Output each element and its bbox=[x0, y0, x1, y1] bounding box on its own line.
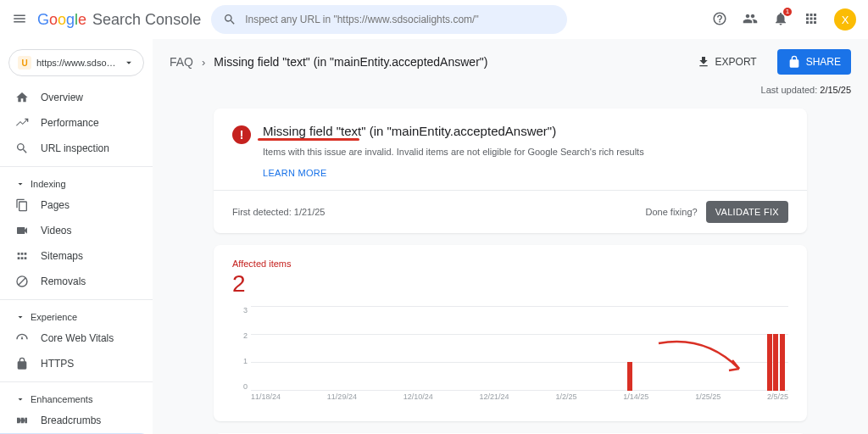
nav-label: Performance bbox=[41, 117, 99, 129]
x-axis: 11/18/2411/29/2412/10/2412/21/241/2/251/… bbox=[251, 392, 788, 408]
nav-removals[interactable]: Removals bbox=[0, 269, 153, 294]
nav-label: Removals bbox=[41, 275, 86, 287]
annotation-arrow bbox=[654, 335, 756, 386]
chevron-down-icon bbox=[123, 57, 135, 69]
affected-count: 2 bbox=[232, 270, 788, 298]
apps-icon[interactable] bbox=[804, 11, 819, 29]
chevron-right-icon: › bbox=[202, 56, 205, 69]
url-inspect-search[interactable] bbox=[211, 5, 567, 34]
crumb-current: Missing field "text" (in "mainEntity.acc… bbox=[214, 55, 487, 69]
nav-label: Core Web Vitals bbox=[41, 332, 114, 344]
search-icon bbox=[15, 142, 29, 155]
nav-label: Overview bbox=[41, 92, 83, 103]
section-enhancements[interactable]: Enhancements bbox=[0, 387, 153, 408]
affected-chart: 3210 11/18/2411/29/2412/10/2412/21/241/2… bbox=[232, 306, 788, 408]
nav-overview[interactable]: Overview bbox=[0, 85, 153, 110]
nav-sitemaps[interactable]: Sitemaps bbox=[0, 243, 153, 269]
main-content: FAQ › Missing field "text" (in "mainEnti… bbox=[153, 39, 868, 434]
chart-line-icon bbox=[15, 116, 29, 130]
first-detected: First detected: 1/21/25 bbox=[232, 207, 325, 217]
nav-label: Pages bbox=[41, 199, 70, 211]
breadcrumbs-icon bbox=[15, 414, 29, 427]
sidebar: U https://www.sdsocialig... Overview Per… bbox=[0, 39, 153, 434]
crumb-root[interactable]: FAQ bbox=[170, 55, 193, 69]
nav-url-inspection[interactable]: URL inspection bbox=[0, 136, 153, 161]
nav-videos[interactable]: Videos bbox=[0, 218, 153, 243]
export-button[interactable]: EXPORT bbox=[697, 55, 757, 69]
breadcrumb: FAQ › Missing field "text" (in "mainEnti… bbox=[170, 39, 851, 85]
chart-plot bbox=[251, 306, 788, 391]
section-indexing[interactable]: Indexing bbox=[0, 172, 153, 192]
notification-badge: 1 bbox=[783, 8, 792, 16]
property-selector[interactable]: U https://www.sdsocialig... bbox=[8, 49, 144, 76]
annotation-underline bbox=[258, 138, 359, 141]
avatar[interactable]: X bbox=[834, 8, 856, 31]
notifications-icon[interactable]: 1 bbox=[773, 11, 788, 29]
help-icon[interactable] bbox=[712, 11, 727, 29]
property-label: https://www.sdsocialig... bbox=[36, 58, 118, 68]
done-fixing-label: Done fixing? bbox=[646, 207, 698, 217]
top-icons: 1 X bbox=[712, 8, 856, 31]
chart-bar bbox=[780, 334, 785, 391]
nav-label: Videos bbox=[41, 225, 71, 236]
nav-label: Breadcrumbs bbox=[41, 415, 101, 426]
nav-breadcrumbs[interactable]: Breadcrumbs bbox=[0, 408, 153, 433]
nav-https[interactable]: HTTPS bbox=[0, 351, 153, 376]
people-icon[interactable] bbox=[743, 11, 758, 29]
url-input[interactable] bbox=[245, 14, 555, 25]
video-icon bbox=[15, 224, 29, 237]
lock-icon bbox=[787, 55, 801, 69]
learn-more-link[interactable]: LEARN MORE bbox=[263, 168, 788, 178]
sitemap-icon bbox=[15, 249, 29, 263]
block-icon bbox=[15, 275, 29, 288]
property-favicon: U bbox=[18, 56, 31, 70]
menu-icon[interactable] bbox=[12, 11, 27, 29]
chart-bar bbox=[627, 362, 632, 390]
issue-description: Items with this issue are invalid. Inval… bbox=[263, 145, 788, 159]
lock-icon bbox=[15, 357, 29, 370]
y-axis: 3210 bbox=[232, 306, 248, 391]
validate-fix-button[interactable]: VALIDATE FIX bbox=[706, 201, 788, 223]
top-bar: Google Search Console 1 X bbox=[0, 0, 868, 39]
nav-label: Sitemaps bbox=[41, 250, 83, 262]
pages-icon bbox=[15, 198, 29, 212]
nav-pages[interactable]: Pages bbox=[0, 192, 153, 218]
issue-card: ! Missing field "text" (in "mainEntity.a… bbox=[214, 108, 807, 233]
nav-cwv[interactable]: Core Web Vitals bbox=[0, 326, 153, 351]
affected-label: Affected items bbox=[232, 259, 788, 269]
issue-title: Missing field "text" (in "mainEntity.acc… bbox=[263, 124, 556, 138]
search-icon bbox=[223, 13, 236, 26]
last-updated: Last updated: 2/15/25 bbox=[170, 85, 851, 95]
error-icon: ! bbox=[232, 125, 251, 144]
section-experience[interactable]: Experience bbox=[0, 305, 153, 326]
chart-bar bbox=[773, 334, 778, 391]
nav-label: URL inspection bbox=[41, 142, 109, 154]
share-button[interactable]: SHARE bbox=[777, 49, 851, 75]
affected-items-card: Affected items 2 3210 11/18/2411/29/2412… bbox=[214, 245, 807, 421]
nav-label: HTTPS bbox=[41, 358, 74, 370]
product-name: Search Console bbox=[92, 11, 201, 29]
nav-performance[interactable]: Performance bbox=[0, 110, 153, 136]
product-logo[interactable]: Google Search Console bbox=[37, 11, 201, 29]
chart-bar bbox=[767, 334, 772, 391]
home-icon bbox=[15, 91, 29, 104]
download-icon bbox=[697, 55, 710, 69]
speed-icon bbox=[15, 331, 29, 345]
